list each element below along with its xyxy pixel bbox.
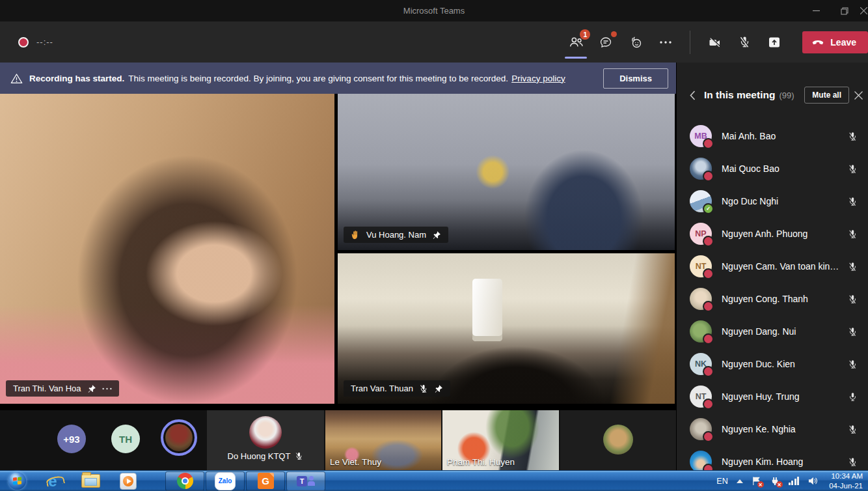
minimize-button[interactable] — [802, 0, 830, 21]
video-tile-tran-thi-van-hoa[interactable]: Tran Thi. Van Hoa — [0, 94, 334, 404]
avatar — [249, 416, 282, 449]
participant-mic-icon[interactable] — [848, 425, 858, 434]
participant-name-label: Tran Van. Thuan — [344, 380, 450, 397]
participant-name: Nguyen Ke. Nghia — [722, 424, 843, 434]
video-tile-vu-hoang-nam[interactable]: Vu Hoang. Nam — [338, 94, 675, 250]
window-title: Microsoft Teams — [403, 6, 465, 16]
participant-name: Nguyen Anh. Phuong — [722, 229, 843, 239]
close-icon — [854, 91, 863, 100]
presence-badge — [703, 236, 714, 247]
taskbar-media-player[interactable] — [109, 471, 147, 491]
participant-row[interactable]: Nguyen Cong. Thanh — [677, 283, 868, 315]
taskbar-clock[interactable]: 10:34 AM 04-Jun-21 — [826, 471, 863, 490]
banner-message: This meeting is being recorded. By joini… — [128, 74, 508, 83]
taskbar-internet-explorer[interactable]: e — [34, 471, 72, 491]
overflow-participants-badge[interactable]: +93 — [57, 425, 86, 453]
participant-row[interactable]: Mai Quoc Bao — [677, 152, 868, 185]
participant-row[interactable]: NT Nguyen Huy. Trung — [677, 380, 868, 413]
error-badge: ✕ — [776, 481, 783, 488]
error-badge: ✕ — [757, 481, 764, 488]
participant-mic-icon[interactable] — [848, 132, 858, 141]
taskbar-file-explorer[interactable] — [72, 471, 109, 491]
show-hidden-icons-button[interactable] — [737, 479, 743, 483]
call-toolbar: --:-- 1 — [0, 21, 868, 63]
participant-mic-icon[interactable] — [848, 197, 858, 206]
camera-off-icon — [708, 36, 722, 49]
avatar: NT — [690, 255, 712, 277]
participant-mic-icon[interactable] — [848, 262, 858, 272]
avatar — [690, 320, 712, 343]
volume-icon[interactable] — [807, 476, 818, 486]
action-center-flag-icon[interactable]: ✕ — [752, 476, 761, 486]
leave-button[interactable]: Leave — [802, 31, 868, 53]
mute-all-button[interactable]: Mute all — [804, 87, 849, 104]
more-options-button[interactable] — [651, 28, 681, 57]
filmstrip-tile-pham-thi-huyen[interactable]: Pham Thi. Huyen — [442, 410, 559, 470]
participant-list: MB Mai Anh. Bao Mai Quoc Bao — [677, 120, 868, 478]
filmstrip: +93 TH Do Huong KTQT Le Viet. Thuy Pham … — [0, 410, 676, 470]
avatar — [690, 288, 712, 310]
dismiss-button[interactable]: Dismiss — [603, 68, 668, 89]
network-signal-icon[interactable] — [789, 477, 800, 485]
filmstrip-tile-le-viet-thuy[interactable]: Le Viet. Thuy — [325, 410, 441, 470]
participant-row[interactable]: NP Nguyen Anh. Phuong — [677, 217, 868, 250]
participant-initials-circle[interactable]: TH — [111, 425, 140, 453]
taskbar-chrome[interactable] — [165, 471, 204, 491]
participant-mic-icon[interactable] — [848, 457, 858, 467]
participant-count: (99) — [779, 91, 794, 100]
participant-mic-icon[interactable] — [848, 392, 858, 402]
device-status-icon[interactable]: ✕ — [770, 476, 780, 486]
avatar: NP — [690, 223, 712, 245]
participant-name: Vu Hoang. Nam — [366, 230, 426, 240]
taskbar-zalo[interactable]: Zalo — [206, 471, 245, 491]
participant-row[interactable]: NK Nguyen Duc. Kien — [677, 348, 868, 380]
speaking-participant-avatar[interactable] — [161, 419, 197, 456]
participant-name: Nguyen Cam. Van toan kinh te — [722, 261, 843, 272]
avatar — [690, 190, 712, 212]
panel-title: In this meeting — [704, 89, 775, 101]
participant-mic-icon[interactable] — [848, 327, 858, 337]
mic-toggle-button[interactable] — [729, 28, 759, 57]
video-tile-tran-van-thuan[interactable]: Tran Van. Thuan — [338, 253, 675, 404]
avatar — [690, 451, 712, 473]
avatar: NK — [690, 353, 712, 375]
show-chat-button[interactable] — [591, 28, 621, 57]
participant-mic-icon[interactable] — [848, 359, 858, 369]
reactions-button[interactable] — [621, 28, 651, 57]
taskbar-coc-coc[interactable]: G — [246, 471, 285, 491]
language-indicator[interactable]: EN — [716, 477, 727, 486]
participant-name: Nguyen Cong. Thanh — [722, 294, 843, 304]
restore-button[interactable] — [830, 0, 859, 21]
participant-mic-icon[interactable] — [848, 294, 858, 304]
privacy-policy-link[interactable]: Privacy policy — [511, 74, 565, 83]
hang-up-icon — [811, 36, 824, 49]
presence-badge — [703, 399, 714, 410]
close-button[interactable] — [859, 0, 868, 21]
participant-name: Tran Van. Thuan — [351, 384, 413, 393]
camera-toggle-button[interactable] — [699, 28, 729, 57]
participant-mic-icon[interactable] — [848, 164, 858, 174]
start-button[interactable] — [0, 471, 34, 491]
participant-row[interactable]: Ngo Duc Nghi — [677, 185, 868, 217]
participant-row[interactable]: MB Mai Anh. Bao — [677, 120, 868, 152]
reactions-icon — [629, 36, 642, 49]
participant-row[interactable]: Nguyen Ke. Nghia — [677, 413, 868, 445]
teams-meeting-window: Microsoft Teams --:-- 1 — [0, 0, 868, 491]
participant-name: Nguyen Huy. Trung — [722, 391, 843, 402]
share-screen-button[interactable] — [759, 28, 789, 57]
filmstrip-tile-audio-only[interactable] — [560, 410, 676, 470]
recording-banner: Recording has started. This meeting is b… — [0, 63, 676, 94]
participant-row[interactable]: NT Nguyen Cam. Van toan kinh te — [677, 250, 868, 283]
close-panel-button[interactable] — [854, 91, 863, 100]
participant-mic-icon[interactable] — [848, 229, 858, 239]
participant-name: Nguyen Kim. Hoang — [722, 456, 843, 467]
filmstrip-tile-do-huong[interactable]: Do Huong KTQT — [207, 410, 324, 470]
show-participants-button[interactable]: 1 — [561, 28, 591, 57]
chevron-left-icon — [690, 91, 696, 100]
back-button[interactable] — [690, 91, 696, 100]
tile-more-icon[interactable] — [102, 387, 112, 390]
participant-name: Nguyen Duc. Kien — [722, 359, 843, 369]
taskbar-teams[interactable]: T — [286, 471, 325, 491]
participant-row[interactable]: Nguyen Dang. Nui — [677, 315, 868, 348]
participant-name: Mai Anh. Bao — [722, 131, 843, 141]
